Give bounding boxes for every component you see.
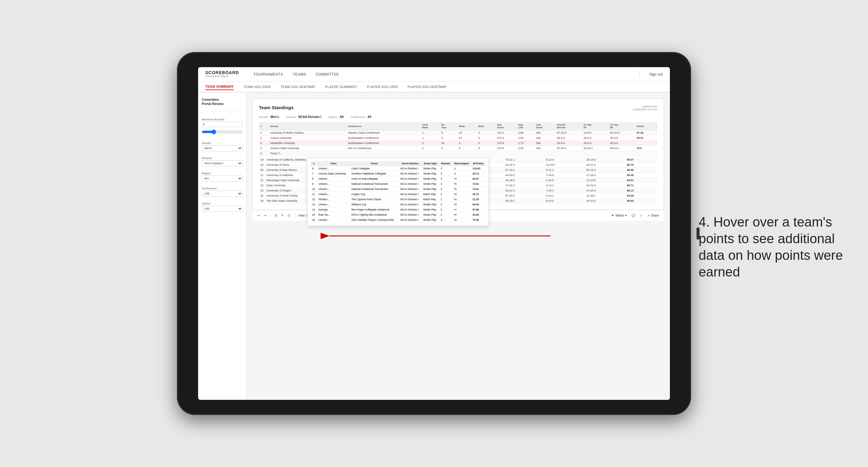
sign-out-link[interactable]: Sign out bbox=[649, 72, 663, 76]
back-icon[interactable]: ‹ bbox=[270, 214, 271, 217]
tooltip-cell-impact: -1 bbox=[452, 171, 471, 176]
expand-icon: ⤢ bbox=[640, 214, 642, 217]
cell-rnds: 5 bbox=[457, 146, 477, 151]
cell-adj-score: 272.6 bbox=[496, 141, 517, 146]
tooltip-cell-num: 8 bbox=[311, 176, 317, 182]
tooltip-row: 16 Univers... 2023 Sahalee Players Champ… bbox=[311, 217, 486, 223]
tooltip-row: 15 East Tec... OFCC Fighting Illini Invi… bbox=[311, 212, 486, 217]
cell-school: University of California, Berkeley bbox=[265, 157, 313, 162]
cell-avg-low: 2.86 bbox=[517, 130, 534, 135]
top-nav: SCOREBOARD Powered by clipp'd TOURNAMENT… bbox=[198, 67, 670, 82]
app-logo: SCOREBOARD bbox=[205, 70, 239, 75]
copy-icon[interactable]: ⧉ bbox=[275, 214, 277, 217]
sidebar-select-gender[interactable]: Men's Women's bbox=[202, 145, 243, 151]
logo-area: SCOREBOARD Powered by clipp'd bbox=[205, 70, 239, 78]
subnav-team-h2h-heatmap[interactable]: TEAM H2H HEATMAP bbox=[280, 84, 315, 90]
cell-points[interactable]: 88.49 bbox=[625, 167, 657, 173]
share-button[interactable]: ↗ Share bbox=[647, 214, 659, 217]
nav-tournaments[interactable]: TOURNAMENTS bbox=[253, 71, 283, 78]
cell-school: University of North Carolina bbox=[269, 130, 346, 135]
cell-points[interactable]: 88.94 bbox=[625, 198, 657, 204]
tooltip-cell-num: 14 bbox=[311, 207, 317, 212]
nav-teams[interactable]: TEAMS bbox=[293, 71, 306, 78]
tooltip-header-row: # Team Event Event Division Event Type R… bbox=[311, 161, 486, 166]
redo-icon[interactable]: ↪ bbox=[264, 214, 267, 217]
cell-rnds: 4 bbox=[457, 141, 477, 146]
cell-vs50: 11-23-0 bbox=[585, 178, 625, 183]
cell-vs25: 4-16-0 bbox=[545, 178, 585, 183]
tooltip-cell-num: 13 bbox=[311, 202, 317, 207]
cell-overall: 87-22-2 bbox=[504, 193, 545, 198]
cell-overall: 53-41-1 bbox=[504, 188, 545, 193]
edit-icon[interactable]: ✎ bbox=[281, 214, 284, 217]
cell-overall: 67-10-0 bbox=[555, 130, 582, 135]
table-row[interactable]: 4 Arizona State University Pac-12 Confer… bbox=[259, 146, 657, 151]
watch-button[interactable]: 👁 Watch ▾ bbox=[611, 214, 627, 217]
cell-points[interactable]: 83.81 bbox=[625, 178, 657, 183]
cell-overall: 71-22-2 bbox=[504, 183, 545, 188]
cell-points[interactable]: 88.71 bbox=[625, 183, 657, 188]
expand-button[interactable]: ⤢ bbox=[640, 214, 642, 217]
sidebar-label-conference: Conference bbox=[202, 187, 243, 190]
cell-avg-low: 2.73 bbox=[517, 141, 534, 146]
sidebar: CommitteePortal Review Minimum Rounds Ge… bbox=[198, 93, 247, 400]
sidebar-input-min-rounds[interactable] bbox=[202, 122, 243, 127]
table-row[interactable]: 3 Vanderbilt University Southeastern Con… bbox=[259, 141, 657, 146]
cell-points-highlighted[interactable]: 90.20 bbox=[635, 141, 657, 146]
undo-icon[interactable]: ↩ bbox=[257, 214, 260, 217]
cell-points[interactable]: 88.70 bbox=[625, 162, 657, 167]
cell-points[interactable]: 97.02 bbox=[635, 130, 657, 135]
cell-low-score: 268 bbox=[534, 141, 555, 146]
cell-vs50: 32-19-2 bbox=[585, 167, 625, 173]
subnav-team-summary[interactable]: TEAM SUMMARY bbox=[205, 84, 234, 90]
sidebar-select-school[interactable]: (All) bbox=[202, 206, 243, 212]
sidebar-slider-min-rounds[interactable] bbox=[202, 128, 243, 135]
cell-rank: 19 bbox=[259, 162, 265, 167]
cell-points[interactable]: 79.5 bbox=[635, 146, 657, 151]
subnav-player-h2h-heatmap[interactable]: PLAYER H2H HEATMAP bbox=[408, 84, 446, 90]
cell-school: University of New Mexico bbox=[265, 167, 313, 173]
tooltip-cell-team: Univers... bbox=[317, 182, 350, 187]
cell-points[interactable]: 88.48 bbox=[625, 173, 657, 178]
tooltip-cell-team: Univers... bbox=[317, 217, 350, 223]
nav-committee[interactable]: COMMITTEE bbox=[316, 71, 339, 78]
cell-vs25: 3-14-1 bbox=[545, 193, 585, 198]
tooltip-cell-rounds: 3 bbox=[439, 182, 452, 187]
tooltip-cell-team: Univers... bbox=[317, 166, 350, 171]
subnav-team-h2h-grid[interactable]: TEAM H2H GRID bbox=[244, 84, 271, 90]
sidebar-select-region[interactable]: N/A East West bbox=[202, 176, 243, 182]
feedback-button[interactable]: 💬 bbox=[631, 214, 635, 217]
share-icon: ↗ bbox=[647, 214, 650, 217]
cell-points[interactable]: 88.07 bbox=[625, 157, 657, 162]
tooltip-cell-division: NCAA Division I bbox=[399, 212, 422, 217]
cell-low-score: 262 bbox=[534, 130, 555, 135]
cell-school: Arizona State University bbox=[269, 146, 346, 151]
sidebar-select-division[interactable]: NCAA Division I NCAA Division II NCAA Di… bbox=[202, 160, 243, 166]
tooltip-cell-type: Match Play bbox=[422, 197, 439, 202]
col-overall: OverallRecord bbox=[555, 122, 582, 130]
cell-school: University of Alabama bbox=[265, 173, 313, 178]
sidebar-section-region: Region N/A East West bbox=[202, 170, 243, 182]
subnav-player-h2h-grid[interactable]: PLAYER H2H GRID bbox=[367, 84, 398, 90]
tooltip-cell-rounds: 3 bbox=[439, 187, 452, 192]
sidebar-label-gender: Gender bbox=[202, 142, 243, 145]
tooltip-cell-event: OFCC Fighting Illini Invitational bbox=[350, 212, 399, 217]
sidebar-label-region: Region bbox=[202, 172, 243, 175]
subnav-player-summary[interactable]: PLAYER SUMMARY bbox=[325, 84, 357, 90]
clock-icon[interactable]: ⏱ bbox=[287, 214, 291, 217]
cell-points[interactable]: 93.31 bbox=[635, 135, 657, 141]
tooltip-cell-division: NCAA Division I bbox=[399, 166, 422, 171]
cell-conf-rank: 1 bbox=[421, 130, 440, 135]
table-row[interactable]: 1 University of North Carolina Atlantic … bbox=[259, 130, 657, 135]
table-row[interactable]: 2 Auburn University Southeastern Confere… bbox=[259, 135, 657, 141]
tooltip-cell-num: 7 bbox=[311, 171, 317, 176]
cell-rank: 21 bbox=[259, 173, 265, 178]
tooltip-cell-event: Cabo Collegiate bbox=[350, 166, 399, 171]
tooltip-cell-team: Univers... bbox=[317, 192, 350, 197]
sidebar-select-conference[interactable]: (All) ACC SEC bbox=[202, 191, 243, 196]
cell-points[interactable]: 88.14 bbox=[625, 188, 657, 193]
tooltip-cell-points: 30-13 bbox=[471, 171, 486, 176]
toolbar-divider bbox=[294, 213, 294, 218]
cell-points[interactable]: 83.89 bbox=[625, 193, 657, 198]
table-row[interactable]: 5 Texas T... bbox=[259, 151, 657, 156]
